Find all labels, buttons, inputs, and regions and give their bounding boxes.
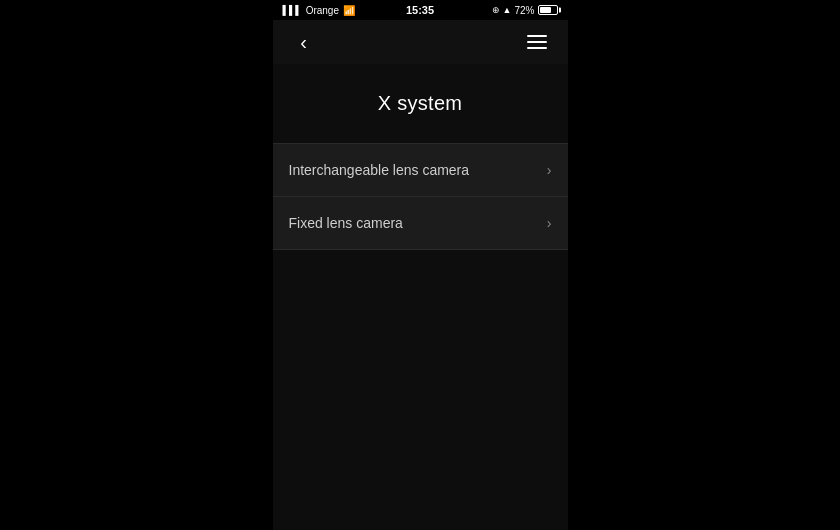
signal-arrow-icon: ▲ [503,5,512,15]
signal-icon: ▌▌▌ [283,5,302,15]
hamburger-line-2 [527,41,547,43]
menu-item-fixed-lens-camera[interactable]: Fixed lens camera › [273,197,568,250]
status-left: ▌▌▌ Orange 📶 [283,5,356,16]
carrier-label: Orange [306,5,339,16]
hamburger-line-1 [527,35,547,37]
battery-icon [538,5,558,15]
menu-list: Interchangeable lens camera › Fixed lens… [273,143,568,250]
location-icon: ⊕ [492,5,500,15]
main-content: X system Interchangeable lens camera › F… [273,64,568,530]
hamburger-menu-button[interactable] [522,27,552,57]
status-bar: ▌▌▌ Orange 📶 15:35 ⊕ ▲ 72% [273,0,568,20]
back-button[interactable]: ‹ [289,27,319,57]
nav-bar: ‹ [273,20,568,64]
chevron-right-icon: › [547,215,552,231]
status-time: 15:35 [406,4,434,16]
status-right: ⊕ ▲ 72% [492,5,558,16]
back-arrow-icon: ‹ [300,32,307,52]
menu-item-label: Fixed lens camera [289,215,403,231]
app-background: ▌▌▌ Orange 📶 15:35 ⊕ ▲ 72% ‹ [0,0,840,530]
chevron-right-icon: › [547,162,552,178]
menu-item-interchangeable-lens-camera[interactable]: Interchangeable lens camera › [273,143,568,197]
page-title: X system [289,92,552,115]
wifi-icon: 📶 [343,5,355,16]
hamburger-line-3 [527,47,547,49]
battery-percent: 72% [514,5,534,16]
menu-item-label: Interchangeable lens camera [289,162,470,178]
content-spacer [273,250,568,530]
battery-fill [540,7,552,13]
page-title-container: X system [273,64,568,143]
phone-frame: ▌▌▌ Orange 📶 15:35 ⊕ ▲ 72% ‹ [273,0,568,530]
